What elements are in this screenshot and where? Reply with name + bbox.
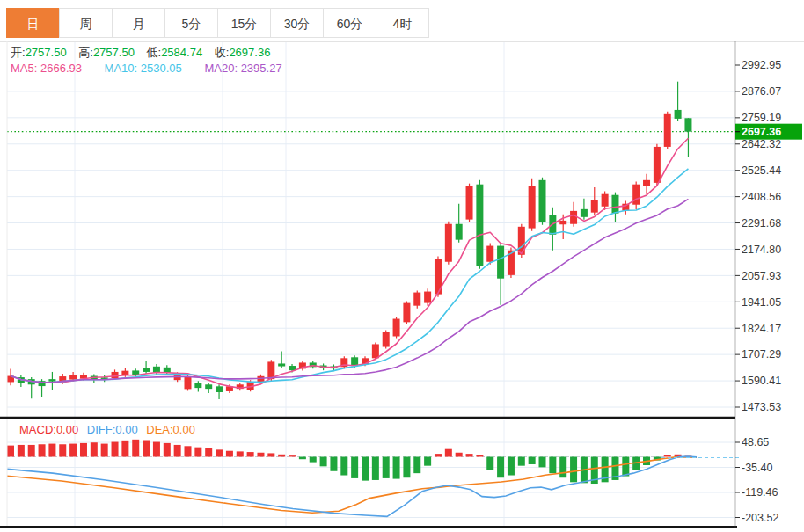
svg-text:1707.29: 1707.29 — [742, 348, 781, 361]
diff-label: DIFF: — [87, 423, 116, 436]
low-value: 2584.74 — [161, 46, 202, 59]
svg-text:2291.68: 2291.68 — [742, 217, 781, 230]
candlestick-macd-chart[interactable]: 2992.952876.072759.192642.322525.442408.… — [0, 0, 804, 532]
svg-text:2876.07: 2876.07 — [742, 85, 781, 98]
close-value: 2697.36 — [229, 46, 270, 59]
tab-day[interactable]: 日 — [6, 8, 60, 38]
tab-15min[interactable]: 15分 — [217, 8, 271, 38]
svg-text:1941.05: 1941.05 — [742, 296, 781, 309]
svg-text:-203.52: -203.52 — [742, 512, 778, 524]
dea-value: 0.00 — [173, 423, 195, 436]
macd-readout: MACD:0.00 DIFF:0.00 DEA:0.00 — [19, 423, 201, 436]
svg-text:-35.40: -35.40 — [742, 462, 772, 474]
ma10-readout: MA10: 2530.05 — [105, 62, 182, 75]
open-readout: 开:2757.50 — [11, 45, 67, 61]
ma20-readout: MA20: 2395.27 — [204, 62, 281, 75]
low-readout: 低:2584.74 — [147, 45, 203, 61]
tab-month[interactable]: 月 — [112, 8, 165, 38]
tab-4hour[interactable]: 4时 — [376, 8, 429, 38]
ma20-label: MA20: — [204, 62, 238, 75]
svg-text:1590.41: 1590.41 — [742, 375, 781, 387]
tab-week[interactable]: 周 — [59, 8, 113, 38]
svg-text:2525.44: 2525.44 — [742, 164, 781, 177]
open-label: 开: — [11, 46, 26, 59]
macd-label: MACD: — [19, 423, 56, 436]
high-value: 2757.50 — [93, 46, 135, 59]
macd-value: 0.00 — [56, 423, 78, 436]
high-readout: 高:2757.50 — [78, 45, 135, 61]
interval-tabbar: 日 周 月 5分 15分 30分 60分 4时 — [7, 8, 429, 38]
svg-text:2992.95: 2992.95 — [742, 59, 781, 71]
open-value: 2757.50 — [26, 46, 67, 59]
high-label: 高: — [78, 46, 93, 59]
tab-60min[interactable]: 60分 — [323, 8, 376, 38]
dea-label: DEA: — [146, 423, 172, 436]
svg-text:2408.56: 2408.56 — [742, 191, 781, 203]
diff-value: 0.00 — [115, 423, 137, 436]
ma20-value: 2395.27 — [241, 62, 282, 75]
ma10-label: MA10: — [105, 62, 138, 75]
ma5-readout: MA5: 2666.93 — [11, 62, 82, 75]
close-readout: 收:2697.36 — [215, 45, 271, 61]
svg-text:-119.46: -119.46 — [742, 486, 778, 499]
svg-text:2057.93: 2057.93 — [742, 270, 781, 282]
close-label: 收: — [215, 46, 230, 59]
dea-value-readout: DEA:0.00 — [146, 423, 195, 436]
svg-text:2759.19: 2759.19 — [742, 112, 781, 124]
svg-text:2174.80: 2174.80 — [742, 244, 781, 256]
tab-30min[interactable]: 30分 — [270, 8, 324, 38]
low-label: 低: — [147, 46, 162, 59]
macd-value-readout: MACD:0.00 — [19, 423, 78, 436]
ma5-label: MA5: — [11, 62, 37, 75]
ma5-value: 2666.93 — [40, 62, 82, 75]
ma10-value: 2530.05 — [141, 62, 182, 75]
svg-text:48.65: 48.65 — [742, 436, 769, 448]
tab-5min[interactable]: 5分 — [164, 8, 218, 38]
diff-value-readout: DIFF:0.00 — [87, 423, 138, 436]
ma-readout: MA5: 2666.93 MA10: 2530.05 MA20: 2395.27 — [11, 62, 302, 75]
svg-text:1473.53: 1473.53 — [742, 401, 781, 413]
ohlc-readout: 开:2757.50 高:2757.50 低:2584.74 收:2697.36 — [11, 45, 279, 61]
svg-text:2642.32: 2642.32 — [742, 138, 781, 150]
svg-text:2697.36: 2697.36 — [742, 126, 781, 138]
svg-text:1824.17: 1824.17 — [742, 323, 781, 335]
